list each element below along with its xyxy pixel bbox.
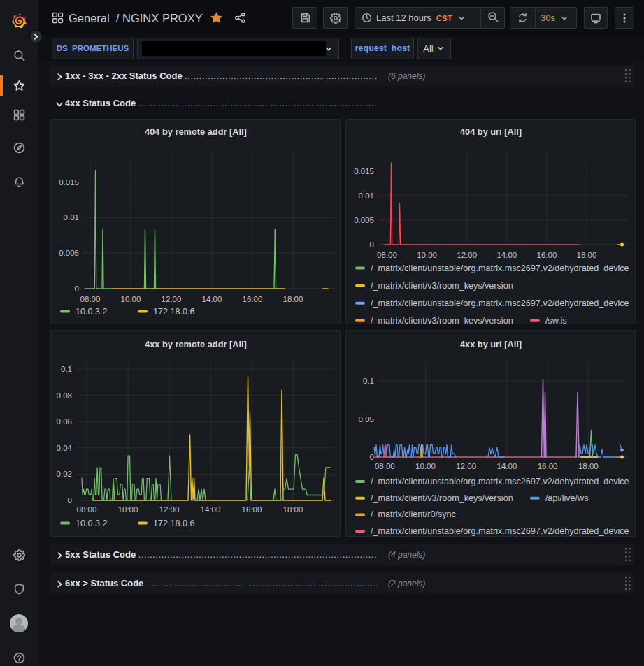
svg-text:/_matrix/client/unstable/org.m: /_matrix/client/unstable/org.matrix.msc2… bbox=[371, 298, 629, 308]
svg-text:0.05: 0.05 bbox=[359, 415, 374, 424]
svg-text:0.04: 0.04 bbox=[57, 444, 73, 452]
svg-text:0.015: 0.015 bbox=[354, 167, 374, 175]
svg-text:14:00: 14:00 bbox=[496, 251, 517, 259]
svg-text:0.1: 0.1 bbox=[61, 365, 72, 373]
svg-text:404 by remote addr [All]: 404 by remote addr [All] bbox=[145, 126, 247, 137]
svg-text:10:00: 10:00 bbox=[415, 462, 436, 470]
svg-text:0.005: 0.005 bbox=[59, 249, 79, 257]
svg-text:18:00: 18:00 bbox=[578, 462, 599, 470]
svg-text:/sw.js: /sw.js bbox=[545, 316, 567, 324]
svg-text:12:00: 12:00 bbox=[456, 462, 476, 470]
svg-text:12:00: 12:00 bbox=[162, 295, 182, 303]
svg-text:16:00: 16:00 bbox=[242, 505, 262, 514]
svg-text:08:00: 08:00 bbox=[80, 295, 101, 303]
svg-text:0.005: 0.005 bbox=[354, 216, 374, 224]
svg-text:10:00: 10:00 bbox=[121, 295, 141, 303]
svg-text:/_matrix/client/v3/room_keys/v: /_matrix/client/v3/room_keys/version bbox=[371, 316, 513, 324]
svg-text:18:00: 18:00 bbox=[577, 251, 597, 259]
svg-text:0: 0 bbox=[75, 284, 79, 293]
svg-text:10:00: 10:00 bbox=[417, 251, 437, 259]
svg-text:0.1: 0.1 bbox=[363, 377, 374, 385]
svg-text:0.01: 0.01 bbox=[359, 191, 374, 200]
svg-text:18:00: 18:00 bbox=[283, 295, 303, 303]
svg-text:10.0.3.2: 10.0.3.2 bbox=[76, 519, 108, 528]
svg-text:172.18.0.6: 172.18.0.6 bbox=[153, 519, 195, 528]
svg-text:/_matrix/client/v3/room_keys/v: /_matrix/client/v3/room_keys/version bbox=[371, 493, 513, 503]
svg-text:/_matrix/client/unstable/org.m: /_matrix/client/unstable/org.matrix.msc2… bbox=[371, 263, 629, 273]
svg-text:14:00: 14:00 bbox=[202, 295, 222, 303]
svg-text:/_matrix/client/unstable/org.m: /_matrix/client/unstable/org.matrix.msc2… bbox=[371, 477, 629, 486]
svg-text:0.06: 0.06 bbox=[57, 417, 72, 426]
svg-text:16:00: 16:00 bbox=[538, 462, 558, 470]
svg-text:12:00: 12:00 bbox=[159, 505, 180, 514]
svg-text:10:00: 10:00 bbox=[118, 505, 138, 514]
svg-text:/_matrix/client/unstable/org.m: /_matrix/client/unstable/org.matrix.msc2… bbox=[371, 526, 629, 536]
svg-text:0: 0 bbox=[68, 496, 72, 505]
svg-text:172.18.0.6: 172.18.0.6 bbox=[153, 307, 195, 317]
svg-text:16:00: 16:00 bbox=[243, 295, 263, 303]
svg-text:0.015: 0.015 bbox=[59, 178, 79, 187]
svg-text:08:00: 08:00 bbox=[77, 505, 97, 514]
svg-text:4xx by uri [All]: 4xx by uri [All] bbox=[460, 339, 522, 349]
svg-text:404 by uri [All]: 404 by uri [All] bbox=[460, 126, 522, 137]
svg-text:/api/live/ws: /api/live/ws bbox=[545, 493, 589, 503]
svg-text:0.08: 0.08 bbox=[57, 391, 72, 400]
svg-text:0: 0 bbox=[370, 240, 374, 249]
svg-text:08:00: 08:00 bbox=[377, 251, 397, 259]
svg-text:0: 0 bbox=[370, 453, 374, 461]
svg-text:4xx by remote addr [All]: 4xx by remote addr [All] bbox=[145, 339, 247, 349]
svg-text:10.0.3.2: 10.0.3.2 bbox=[76, 307, 108, 317]
svg-text:14:00: 14:00 bbox=[201, 505, 221, 514]
svg-text:12:00: 12:00 bbox=[457, 251, 477, 259]
svg-text:0.01: 0.01 bbox=[64, 213, 79, 222]
svg-text:18:00: 18:00 bbox=[283, 505, 303, 514]
svg-text:16:00: 16:00 bbox=[537, 251, 557, 259]
svg-text:0.02: 0.02 bbox=[57, 470, 72, 478]
svg-text:14:00: 14:00 bbox=[497, 462, 517, 470]
svg-text:/_matrix/client/r0/sync: /_matrix/client/r0/sync bbox=[371, 509, 456, 519]
svg-text:08:00: 08:00 bbox=[375, 462, 395, 470]
svg-text:/_matrix/client/v3/room_keys/v: /_matrix/client/v3/room_keys/version bbox=[371, 281, 513, 291]
